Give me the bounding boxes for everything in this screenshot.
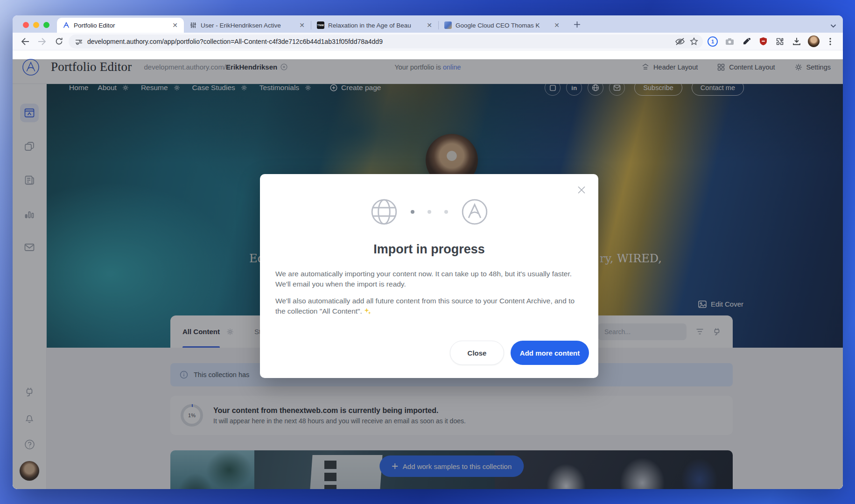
- modal-paragraph-2: We'll also automatically add all future …: [275, 296, 583, 316]
- modal-close-button[interactable]: Close: [450, 341, 504, 365]
- tab-search-chevron-icon[interactable]: [830, 24, 836, 28]
- browser-window: Portfolio Editor ✕ User - ErikHendriksen…: [13, 15, 843, 489]
- web-page: Portfolio Editor development.authory.com…: [13, 50, 843, 489]
- onepassword-extension-icon[interactable]: 1: [706, 35, 720, 49]
- browser-toolbar: development.authory.com/app/portfolio?co…: [13, 33, 843, 50]
- tab-close-icon[interactable]: ✕: [171, 21, 179, 29]
- tab-user-settings[interactable]: User - ErikHendriksen Active ✕: [184, 18, 311, 33]
- site-info-icon[interactable]: [75, 38, 83, 45]
- tab-close-icon[interactable]: ✕: [425, 21, 434, 29]
- source-globe-icon: [370, 197, 399, 226]
- tab-title: Google Cloud CEO Thomas K: [456, 22, 549, 29]
- tab-title: Portfolio Editor: [74, 22, 167, 29]
- modal-paragraph-1: We are automatically importing your cont…: [275, 269, 583, 289]
- forward-button[interactable]: [35, 35, 49, 49]
- tab-article-tnw[interactable]: TNW Relaxation in the Age of Beau ✕: [311, 18, 438, 33]
- tab-portfolio-editor[interactable]: Portfolio Editor ✕: [57, 18, 184, 33]
- import-progress-modal: Import in progress We are automatically …: [260, 174, 598, 378]
- window-zoom-button[interactable]: [43, 22, 49, 28]
- browser-profile-avatar[interactable]: [806, 35, 820, 49]
- modal-close-icon[interactable]: [576, 184, 587, 196]
- authory-favicon: [63, 21, 70, 29]
- tnw-favicon: TNW: [317, 21, 324, 29]
- bookmark-star-icon[interactable]: [690, 37, 698, 46]
- tab-close-icon[interactable]: ✕: [298, 21, 306, 29]
- authory-target-icon: [460, 197, 489, 226]
- traffic-lights: [13, 22, 57, 33]
- screenshot-camera-icon[interactable]: [722, 35, 736, 49]
- sparkles-icon: [364, 308, 371, 315]
- eye-slash-icon[interactable]: [675, 37, 685, 46]
- window-minimize-button[interactable]: [33, 22, 39, 28]
- back-button[interactable]: [18, 35, 32, 49]
- modal-title: Import in progress: [260, 242, 598, 257]
- tab-article-google-cloud[interactable]: Google Cloud CEO Thomas K ✕: [439, 18, 566, 33]
- eyedropper-pen-icon[interactable]: [739, 35, 753, 49]
- tab-title: User - ErikHendriksen Active: [201, 22, 294, 29]
- new-tab-button[interactable]: [570, 18, 583, 31]
- url-text: development.authory.com/app/portfolio?co…: [87, 38, 670, 45]
- adblock-shield-icon[interactable]: [756, 35, 770, 49]
- reload-button[interactable]: [52, 35, 66, 49]
- tab-title: Relaxation in the Age of Beau: [328, 22, 421, 29]
- sliders-favicon: [189, 21, 197, 29]
- url-bar[interactable]: development.authory.com/app/portfolio?co…: [69, 35, 703, 49]
- tab-strip: Portfolio Editor ✕ User - ErikHendriksen…: [13, 15, 843, 33]
- add-more-content-button[interactable]: Add more content: [511, 341, 589, 365]
- browser-menu-kebab-icon[interactable]: [823, 35, 837, 49]
- tab-close-icon[interactable]: ✕: [553, 21, 561, 29]
- extensions-puzzle-icon[interactable]: [773, 35, 787, 49]
- downloads-icon[interactable]: [790, 35, 804, 49]
- import-step-dots: [411, 210, 448, 214]
- article-favicon: [444, 21, 452, 29]
- window-close-button[interactable]: [23, 22, 29, 28]
- plus-icon: [574, 21, 581, 28]
